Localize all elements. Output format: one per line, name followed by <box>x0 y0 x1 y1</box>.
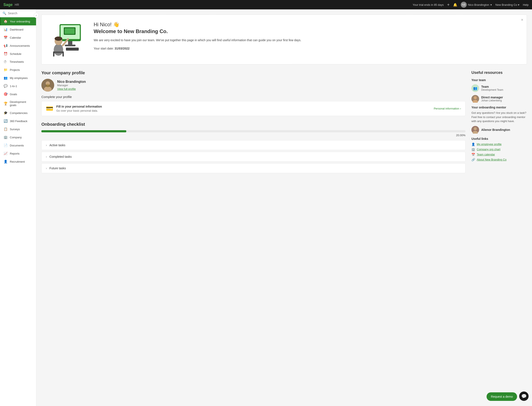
direct-manager-icon <box>471 95 479 103</box>
about-company-link[interactable]: About New Branding Co <box>477 158 506 161</box>
documents-icon: 📄 <box>4 144 8 147</box>
sidebar-label-projects: Projects <box>10 68 20 72</box>
sidebar-item-reports[interactable]: 📈 Reports <box>0 149 36 158</box>
personal-information-link[interactable]: Personal information › <box>434 107 461 110</box>
sidebar-label-your-onboarding: Your onboarding <box>10 20 30 23</box>
sidebar-item-dashboard[interactable]: 📊 Dashboard <box>0 25 36 34</box>
sidebar-label-company: Company <box>10 136 22 139</box>
sidebar-label-announcements: Announcements <box>10 44 30 47</box>
sidebar-label-dashboard: Dashboard <box>10 28 23 31</box>
arrow-icon: › <box>460 107 461 110</box>
feedback-icon: 🔄 <box>4 119 8 123</box>
employee-profile-link[interactable]: My employee profile <box>477 143 502 146</box>
company-profile-title: Your company profile <box>41 70 465 75</box>
fill-info-desc: Go over your basic personal data. <box>56 109 431 112</box>
sidebar-item-recruitment[interactable]: 👤 Recruitment <box>0 158 36 166</box>
svg-rect-13 <box>65 28 75 34</box>
view-full-profile-link[interactable]: View full profile <box>57 87 76 91</box>
search-input[interactable] <box>8 12 34 15</box>
sidebar-item-documents[interactable]: 📄 Documents <box>0 141 36 149</box>
sage-logo: Sage <box>3 3 13 7</box>
resources-title: Useful resources <box>471 70 527 75</box>
direct-manager-name: Johan Liebenberg <box>481 99 503 102</box>
greeting-text: Hi Nico! 👋 <box>94 22 120 28</box>
bell-icon[interactable]: 🔔 <box>453 3 457 7</box>
sidebar-item-schedule[interactable]: ⏰ Schedule <box>0 50 36 58</box>
team-icon: 👥 <box>471 84 479 92</box>
sidebar-nav: 🏠 Your onboarding 📊 Dashboard 📅 Calendar… <box>0 17 36 166</box>
sidebar-item-my-employees[interactable]: 👥 My employees <box>0 74 36 82</box>
fill-info-content: Fill in your personal information Go ove… <box>56 105 431 112</box>
team-calendar-link[interactable]: Team calendar <box>477 153 495 156</box>
sidebar-item-your-onboarding[interactable]: 🏠 Your onboarding <box>0 17 36 25</box>
personal-info-link-label: Personal information <box>434 107 459 110</box>
link-org-chart[interactable]: 🏢 Company org chart <box>471 148 527 151</box>
surveys-icon: 📋 <box>4 127 8 131</box>
progress-bar-container <box>41 130 465 132</box>
user-avatar: NB <box>461 2 467 8</box>
sidebar-item-360-feedback[interactable]: 🔄 360 Feedback <box>0 117 36 125</box>
company-menu-button[interactable]: New Branding Co ▾ <box>495 3 519 6</box>
team-info: Team Development Team <box>481 85 503 91</box>
future-tasks-row[interactable]: › Future tasks <box>41 163 465 173</box>
sidebar-item-surveys[interactable]: 📋 Surveys <box>0 125 36 133</box>
mentor-title: Your onboarding mentor <box>471 106 527 109</box>
user-name-label: Nico Brandington <box>468 3 489 6</box>
chat-button[interactable]: 💬 <box>519 392 529 401</box>
main-column: Your company profile <box>41 70 465 175</box>
nav-right-area: Your trial ends in 85 days + 🔔 NB Nico B… <box>412 2 529 8</box>
complete-profile-label: Complete your profile <box>41 95 465 99</box>
sidebar-item-announcements[interactable]: 📢 Announcements <box>0 42 36 50</box>
svg-rect-11 <box>63 51 64 57</box>
org-chart-icon: 🏢 <box>471 148 475 151</box>
onboarding-checklist-section: Onboarding checklist 20.00% › Active tas… <box>41 122 465 173</box>
team-calendar-icon: 📅 <box>471 153 475 156</box>
welcome-description: We are very excited to have you join our… <box>94 38 522 43</box>
useful-links-section: Useful links 👤 My employee profile 🏢 Com… <box>471 137 527 161</box>
welcome-close-button[interactable]: × <box>521 18 523 22</box>
add-button[interactable]: + <box>447 2 450 7</box>
sidebar-label-1to1: 1-to-1 <box>10 85 17 88</box>
side-column: Useful resources Your team 👥 Team Develo… <box>471 70 527 163</box>
team-sub: Development Team <box>481 88 503 91</box>
link-team-calendar[interactable]: 📅 Team calendar <box>471 153 527 156</box>
svg-point-22 <box>474 127 477 130</box>
sidebar-collapse-button[interactable]: ‹ <box>34 13 39 18</box>
product-label: HR <box>15 3 19 6</box>
start-date-label: Your start date: <box>94 47 114 50</box>
about-company-icon: 🔗 <box>471 158 475 161</box>
onboarding-illustration <box>47 20 85 58</box>
two-column-layout: Your company profile <box>41 70 527 175</box>
link-employee-profile[interactable]: 👤 My employee profile <box>471 143 527 146</box>
progress-percentage: 20.00% <box>41 134 465 137</box>
sidebar-item-competencies[interactable]: 🎓 Competencies <box>0 109 36 117</box>
sidebar-item-timesheets[interactable]: ⏱ Timesheets <box>0 58 36 66</box>
direct-manager-item: Direct manager Johan Liebenberg <box>471 95 527 103</box>
link-about-company[interactable]: 🔗 About New Branding Co <box>471 158 527 161</box>
sidebar-item-company[interactable]: 🏢 Company <box>0 133 36 141</box>
welcome-subtitle: Welcome to New Branding Co. <box>94 28 522 34</box>
reports-icon: 📈 <box>4 152 8 155</box>
sidebar-item-calendar[interactable]: 📅 Calendar <box>0 34 36 42</box>
direct-manager-label: Direct manager <box>481 96 503 99</box>
checklist-title: Onboarding checklist <box>41 122 465 127</box>
sidebar-item-development-goals[interactable]: 🏆 Development goals <box>0 98 36 109</box>
org-chart-link[interactable]: Company org chart <box>477 148 500 151</box>
mentor-name: Alienor Brandington <box>481 128 510 131</box>
sidebar-item-projects[interactable]: 📁 Projects <box>0 66 36 74</box>
active-tasks-row[interactable]: › Active tasks <box>41 140 465 150</box>
sidebar-label-development-goals: Development goals <box>10 100 33 107</box>
welcome-start-date: Your start date: 31/03/2022 <box>94 47 522 50</box>
request-demo-button[interactable]: Request a demo <box>487 392 517 401</box>
svg-point-19 <box>474 96 477 99</box>
goals-icon: 🎯 <box>4 92 8 96</box>
sidebar-item-goals[interactable]: 🎯 Goals <box>0 90 36 98</box>
fill-info-icon: 💳 <box>46 105 53 112</box>
sidebar-item-1to1[interactable]: 💬 1-to-1 <box>0 82 36 90</box>
my-employees-icon: 👥 <box>4 76 8 80</box>
completed-tasks-row[interactable]: › Completed tasks <box>41 152 465 162</box>
employee-profile-icon: 👤 <box>471 143 475 146</box>
user-menu-button[interactable]: NB Nico Brandington ▾ <box>461 2 492 8</box>
help-button[interactable]: Help <box>523 3 529 6</box>
manager-info: Direct manager Johan Liebenberg <box>481 96 503 102</box>
